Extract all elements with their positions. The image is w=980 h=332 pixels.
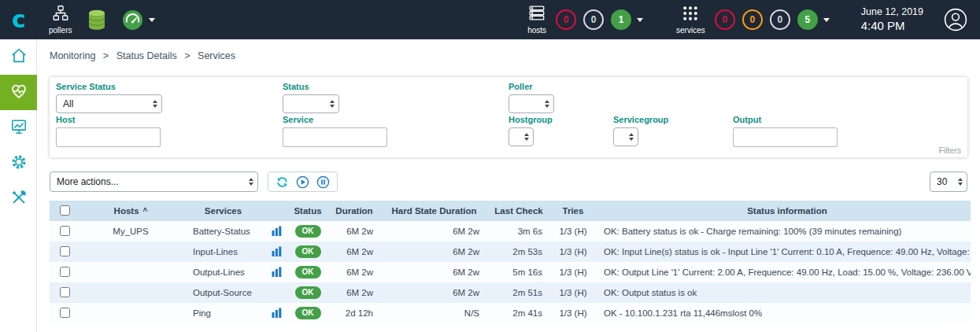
- pollers-icon: [52, 5, 69, 24]
- services-table: Hosts^ Services Status Duration Hard Sta…: [50, 201, 971, 323]
- service-status-counters: 0 0 0 5: [715, 9, 818, 30]
- row-checkbox[interactable]: [60, 287, 70, 297]
- graph-icon[interactable]: [272, 308, 282, 318]
- row-checkbox[interactable]: [60, 308, 70, 318]
- sidebar-item-home[interactable]: [0, 39, 37, 75]
- select-stepper-icon: [629, 133, 634, 141]
- tries-cell: 1/3 (H): [550, 303, 596, 323]
- host-status-counter[interactable]: 0: [583, 9, 604, 30]
- centreon-logo[interactable]: c: [0, 0, 38, 39]
- host-status-counter[interactable]: 0: [556, 9, 576, 30]
- sidebar-item-administration[interactable]: [0, 181, 37, 216]
- host-name[interactable]: [80, 282, 182, 303]
- tries-cell: 1/3 (H): [550, 262, 596, 282]
- sidebar-item-reporting[interactable]: [0, 110, 37, 146]
- host-status-counter[interactable]: 1: [611, 9, 631, 30]
- graph-icon[interactable]: [272, 226, 282, 236]
- database-status-icon[interactable]: [87, 9, 106, 31]
- hard-state-duration-cell: 6M 2w: [381, 221, 487, 242]
- sidebar-item-configuration[interactable]: [0, 146, 37, 181]
- breadcrumb-services[interactable]: Services: [198, 50, 235, 61]
- service-status-select[interactable]: All: [56, 94, 162, 113]
- services-chevron-down-icon[interactable]: [823, 18, 830, 22]
- service-name[interactable]: Battery-Status: [182, 221, 264, 242]
- service-name[interactable]: Input-Lines: [182, 242, 264, 262]
- service-input[interactable]: [283, 127, 387, 147]
- select-all-checkbox[interactable]: [60, 205, 70, 216]
- status-select[interactable]: [283, 94, 339, 113]
- host-name[interactable]: [80, 262, 182, 282]
- refresh-icon[interactable]: [276, 175, 289, 189]
- page-size-select[interactable]: 30: [930, 172, 967, 192]
- row-checkbox[interactable]: [60, 226, 70, 236]
- breadcrumb-status-details[interactable]: Status Details: [116, 50, 177, 61]
- hosts-menu[interactable]: hosts: [527, 5, 546, 35]
- host-input[interactable]: [56, 127, 161, 147]
- hostgroup-select[interactable]: [508, 127, 534, 146]
- hosts-chevron-down-icon[interactable]: [637, 18, 643, 22]
- poller-select[interactable]: [508, 94, 554, 113]
- hard-state-duration-cell: 6M 2w: [381, 262, 487, 282]
- pollers-status[interactable]: pollers: [49, 5, 72, 35]
- servicegroup-label: Servicegroup: [613, 115, 668, 124]
- service-name[interactable]: Output-Lines: [182, 262, 264, 282]
- select-stepper-icon: [330, 100, 335, 108]
- sidebar-item-monitoring[interactable]: [0, 75, 37, 110]
- service-row: My_UPS Battery-Status OK: [50, 221, 971, 242]
- output-input[interactable]: [733, 127, 838, 147]
- play-icon[interactable]: [296, 175, 309, 189]
- service-status-counter[interactable]: 0: [742, 9, 763, 30]
- col-hard-state-duration[interactable]: Hard State Duration: [381, 201, 487, 221]
- datetime-block: June 12, 2019 4:40 PM: [861, 6, 923, 34]
- graph-icon[interactable]: [272, 246, 282, 256]
- output-label: Output: [733, 115, 761, 124]
- time-label: 4:40 PM: [861, 18, 923, 34]
- col-hosts[interactable]: Hosts^: [80, 201, 182, 221]
- tools-icon: [10, 189, 28, 209]
- status-badge: OK: [295, 225, 321, 238]
- hosts-status-block: hosts 0 0 1: [527, 5, 643, 35]
- centreon-logo-glyph: c: [12, 8, 26, 31]
- status-badge: OK: [295, 307, 321, 319]
- host-name[interactable]: My_UPS: [80, 221, 182, 242]
- services-label: services: [676, 26, 705, 35]
- topbar: c pollers: [0, 0, 980, 39]
- user-profile-icon[interactable]: [944, 8, 967, 31]
- host-name[interactable]: [80, 242, 182, 262]
- host-label: Host: [56, 115, 75, 124]
- services-menu[interactable]: services: [676, 6, 705, 35]
- row-checkbox[interactable]: [60, 267, 70, 277]
- col-tries[interactable]: Tries: [550, 201, 596, 221]
- service-status-counter[interactable]: 5: [797, 9, 818, 30]
- host-name[interactable]: [80, 303, 182, 323]
- services-icon: [682, 6, 698, 24]
- service-name[interactable]: Output-Source: [182, 282, 264, 303]
- row-checkbox[interactable]: [60, 246, 70, 256]
- col-status-information[interactable]: Status information: [596, 201, 971, 221]
- breadcrumb: Monitoring > Status Details > Services: [50, 50, 980, 61]
- servicegroup-select[interactable]: [613, 127, 638, 146]
- service-status-counter[interactable]: 0: [715, 9, 735, 30]
- graph-icon[interactable]: [272, 267, 282, 277]
- date-label: June 12, 2019: [861, 6, 923, 18]
- service-name[interactable]: Ping: [182, 303, 264, 323]
- pause-icon[interactable]: [316, 175, 330, 189]
- monitoring-controls: [268, 172, 338, 192]
- col-last-check[interactable]: Last Check: [487, 201, 550, 221]
- col-services[interactable]: Services: [182, 201, 264, 221]
- select-stepper-icon: [958, 178, 963, 186]
- breadcrumb-monitoring[interactable]: Monitoring: [50, 50, 95, 61]
- select-stepper-icon: [524, 133, 529, 141]
- chevron-down-icon[interactable]: [149, 18, 155, 22]
- services-status-block: services 0 0 0 5: [676, 6, 830, 35]
- latency-status-icon[interactable]: [122, 9, 155, 31]
- more-actions-select[interactable]: More actions...: [50, 172, 258, 192]
- col-duration[interactable]: Duration: [327, 201, 381, 221]
- sort-asc-icon: ^: [143, 207, 148, 216]
- service-row: Output-Lines OK 6M 2w: [50, 262, 971, 282]
- breadcrumb-separator: >: [184, 50, 190, 61]
- col-status[interactable]: Status: [288, 201, 327, 221]
- service-row: Output-Source OK 6M 2w: [50, 282, 971, 303]
- select-stepper-icon: [153, 100, 157, 108]
- service-status-counter[interactable]: 0: [770, 9, 790, 30]
